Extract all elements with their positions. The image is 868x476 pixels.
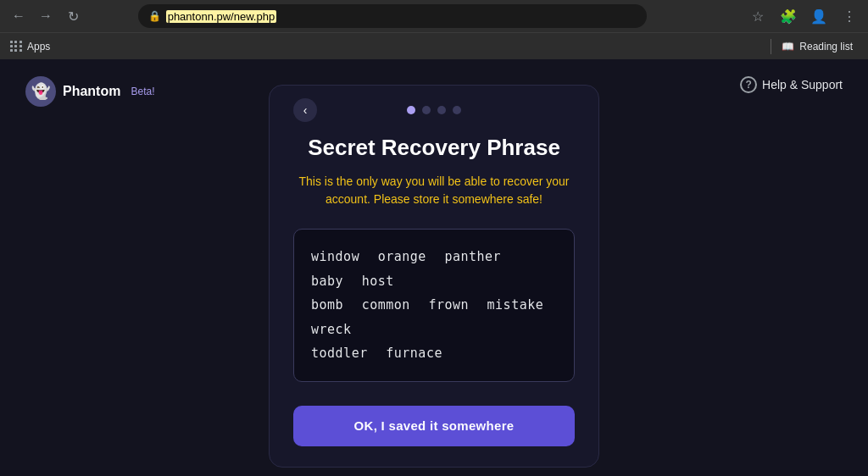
phrase-word-8: frown: [428, 297, 469, 313]
phrase-text: window orange panther baby host bomb com…: [311, 245, 557, 366]
grid-icon: [10, 41, 22, 53]
help-support-label: Help & Support: [762, 78, 843, 91]
url-text: phantonn.pw/new.php: [166, 10, 637, 23]
menu-icon: ⋮: [843, 8, 856, 25]
browser-titlebar: ← → ↻ 🔒 phantonn.pw/new.php ☆ 🧩 👤: [0, 0, 868, 32]
star-icon: ☆: [752, 8, 764, 25]
stepper-dot-2: [422, 106, 431, 114]
browser-chrome: ← → ↻ 🔒 phantonn.pw/new.php ☆ 🧩 👤: [0, 0, 868, 59]
phantom-icon: 👻: [25, 76, 56, 107]
phrase-word-7: common: [362, 297, 410, 313]
address-bar[interactable]: 🔒 phantonn.pw/new.php: [138, 4, 647, 28]
reload-icon: ↻: [68, 8, 79, 25]
reading-list-button[interactable]: 📖 Reading list: [771, 39, 858, 54]
profile-button[interactable]: 👤: [807, 4, 831, 28]
forward-button[interactable]: →: [34, 4, 58, 28]
apps-label: Apps: [27, 41, 50, 53]
reload-button[interactable]: ↻: [61, 4, 85, 28]
phrase-word-3: panther: [444, 249, 501, 264]
stepper: ‹: [293, 106, 575, 114]
phrase-word-1: window: [311, 249, 359, 264]
forward-icon: →: [39, 8, 53, 24]
url-highlight: phantonn.pw/new.php: [166, 10, 277, 23]
star-button[interactable]: ☆: [746, 4, 770, 28]
extensions-button[interactable]: 🧩: [776, 4, 800, 28]
phrase-word-12: furnace: [386, 346, 442, 361]
chevron-left-icon: ‹: [303, 103, 308, 117]
card-subtitle: This is the only way you will be able to…: [293, 173, 575, 208]
profile-icon: 👤: [810, 8, 827, 25]
ghost-icon: 👻: [31, 82, 50, 101]
phrase-word-6: bomb: [311, 297, 343, 313]
browser-actions: ☆ 🧩 👤 ⋮: [746, 4, 861, 28]
phrase-word-9: mistake: [487, 297, 544, 313]
phrase-word-10: wreck: [311, 322, 352, 337]
lock-icon: 🔒: [148, 10, 161, 22]
phrase-box: window orange panther baby host bomb com…: [293, 229, 575, 382]
phrase-word-11: toddler: [311, 346, 368, 361]
phrase-word-4: baby: [311, 274, 343, 289]
extensions-icon: 🧩: [780, 8, 797, 25]
phrase-word-2: orange: [378, 249, 426, 264]
phrase-word-5: host: [362, 274, 394, 289]
phantom-logo: 👻 Phantom Beta!: [25, 76, 154, 107]
page-content: 👻 Phantom Beta! ? Help & Support ‹ Secre…: [0, 59, 868, 476]
back-button[interactable]: ←: [7, 4, 31, 28]
ok-saved-button[interactable]: OK, I saved it somewhere: [293, 406, 575, 446]
apps-button[interactable]: Apps: [10, 41, 50, 53]
phantom-name: Phantom: [63, 84, 120, 99]
card-title: Secret Recovery Phrase: [293, 135, 575, 161]
stepper-dot-1: [407, 106, 415, 114]
main-card: ‹ Secret Recovery Phrase This is the onl…: [269, 85, 599, 468]
help-support-button[interactable]: ? Help & Support: [740, 76, 843, 93]
stepper-back-button[interactable]: ‹: [293, 98, 317, 122]
phantom-beta-badge: Beta!: [131, 86, 154, 97]
menu-button[interactable]: ⋮: [837, 4, 861, 28]
help-icon: ?: [740, 76, 757, 93]
back-icon: ←: [12, 8, 25, 24]
reading-list-label: Reading list: [799, 41, 853, 53]
nav-buttons: ← → ↻: [7, 4, 85, 28]
stepper-dot-3: [437, 106, 446, 114]
reading-list-icon: 📖: [782, 41, 794, 53]
stepper-dot-4: [453, 106, 461, 114]
bookmarks-bar: Apps 📖 Reading list: [0, 32, 868, 59]
